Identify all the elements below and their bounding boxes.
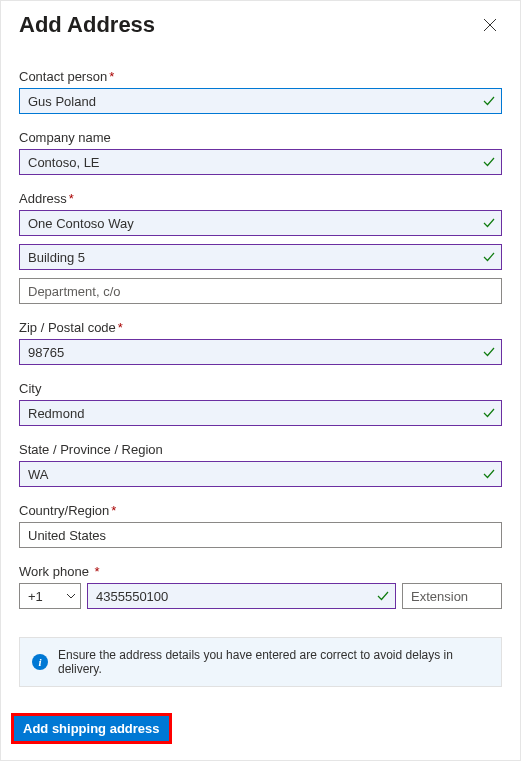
panel-header: Add Address <box>1 1 520 49</box>
address-line1-input[interactable] <box>19 210 502 236</box>
add-address-panel: Add Address Contact person* Company name <box>0 0 521 761</box>
city-input[interactable] <box>19 400 502 426</box>
info-icon: i <box>32 654 48 670</box>
required-mark: * <box>94 564 99 579</box>
phone-row: +1 <box>19 583 502 609</box>
label-state: State / Province / Region <box>19 442 502 457</box>
field-country: Country/Region* <box>19 503 502 548</box>
label-address: Address* <box>19 191 502 206</box>
address-line3-input[interactable] <box>19 278 502 304</box>
add-shipping-address-button[interactable]: Add shipping address <box>13 715 170 742</box>
phone-extension-input[interactable] <box>402 583 502 609</box>
check-icon <box>376 589 390 603</box>
label-company-name: Company name <box>19 130 502 145</box>
check-icon <box>482 155 496 169</box>
country-input[interactable] <box>19 522 502 548</box>
field-work-phone: Work phone * +1 <box>19 564 502 609</box>
state-input[interactable] <box>19 461 502 487</box>
chevron-down-icon <box>66 593 76 599</box>
country-code-select[interactable]: +1 <box>19 583 81 609</box>
check-icon <box>482 216 496 230</box>
field-city: City <box>19 381 502 426</box>
check-icon <box>482 406 496 420</box>
check-icon <box>482 345 496 359</box>
field-contact-person: Contact person* <box>19 69 502 114</box>
contact-person-input[interactable] <box>19 88 502 114</box>
address-line2-input[interactable] <box>19 244 502 270</box>
country-code-value: +1 <box>28 589 43 604</box>
close-button[interactable] <box>476 11 504 39</box>
check-icon <box>482 94 496 108</box>
panel-footer: Add shipping address <box>1 707 520 760</box>
label-zip: Zip / Postal code* <box>19 320 502 335</box>
field-company-name: Company name <box>19 130 502 175</box>
label-work-phone: Work phone * <box>19 564 502 579</box>
label-country: Country/Region* <box>19 503 502 518</box>
field-state: State / Province / Region <box>19 442 502 487</box>
panel-body: Contact person* Company name Address* <box>1 49 520 699</box>
field-address-line2 <box>19 244 502 270</box>
company-name-input[interactable] <box>19 149 502 175</box>
label-contact-person: Contact person* <box>19 69 502 84</box>
field-address: Address* <box>19 191 502 236</box>
phone-number-input[interactable] <box>87 583 396 609</box>
check-icon <box>482 250 496 264</box>
required-mark: * <box>111 503 116 518</box>
info-notice-text: Ensure the address details you have ente… <box>58 648 489 676</box>
field-zip: Zip / Postal code* <box>19 320 502 365</box>
input-wrap <box>19 88 502 114</box>
zip-input[interactable] <box>19 339 502 365</box>
field-address-line3 <box>19 278 502 304</box>
label-city: City <box>19 381 502 396</box>
required-mark: * <box>118 320 123 335</box>
info-notice: i Ensure the address details you have en… <box>19 637 502 687</box>
close-icon <box>483 18 497 32</box>
check-icon <box>482 467 496 481</box>
required-mark: * <box>109 69 114 84</box>
required-mark: * <box>69 191 74 206</box>
panel-title: Add Address <box>19 12 155 38</box>
